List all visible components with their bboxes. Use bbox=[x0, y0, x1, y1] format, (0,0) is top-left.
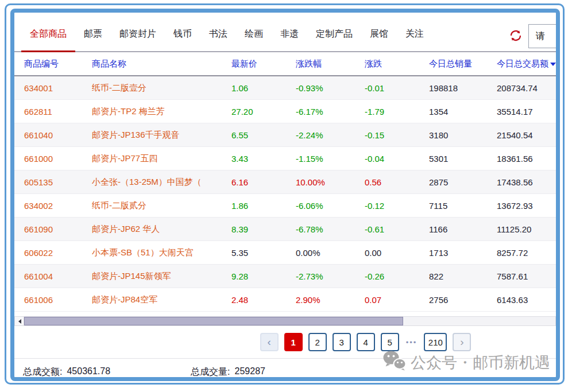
prev-page-button[interactable]: ‹ bbox=[260, 333, 279, 351]
pagination: ‹ 12345 ••• 210 › bbox=[95, 333, 560, 351]
total-amount-label: 总成交额: bbox=[23, 366, 62, 378]
cell-product-name: 邮资片-TP2 梅兰芳 bbox=[92, 106, 231, 117]
cell-product-name: 邮资片-JP77五四 bbox=[92, 153, 231, 164]
tab-item[interactable]: 关注 bbox=[397, 17, 432, 51]
tab-item[interactable]: 非遗 bbox=[272, 17, 307, 51]
total-amount-value: 450361.78 bbox=[67, 366, 110, 378]
cell-latest-price: 9.28 bbox=[231, 271, 296, 281]
refresh-icon bbox=[509, 36, 523, 44]
tab-item[interactable]: 定制产品 bbox=[307, 17, 361, 51]
refresh-button[interactable] bbox=[509, 29, 523, 42]
cell-product-id: 634002 bbox=[24, 201, 92, 211]
cell-product-id: 661040 bbox=[24, 130, 92, 140]
table-row[interactable]: 605135小全张-（13-25M）中国梦（6.1610.00%0.562875… bbox=[14, 170, 556, 194]
column-header-change[interactable]: 涨跌 bbox=[365, 59, 429, 69]
cell-latest-price: 5.35 bbox=[231, 248, 296, 258]
cell-latest-price: 3.43 bbox=[231, 154, 296, 164]
column-header-amount-label: 今日总交易额 bbox=[497, 59, 548, 68]
column-header-product-name[interactable]: 商品名称 bbox=[92, 59, 231, 69]
tab-item[interactable]: 钱币 bbox=[165, 17, 200, 51]
cell-latest-price: 6.55 bbox=[231, 130, 296, 140]
tab-item[interactable]: 邮资封片 bbox=[111, 17, 165, 51]
page-button[interactable]: 2 bbox=[308, 333, 327, 351]
page-button-active[interactable]: 1 bbox=[284, 333, 303, 351]
scrollbar-track[interactable] bbox=[24, 317, 555, 325]
cell-volume: 1713 bbox=[429, 248, 497, 258]
cell-change: 0.07 bbox=[365, 295, 429, 305]
cell-product-name: 邮资片-JP84空军 bbox=[92, 294, 231, 305]
table-row[interactable]: 661000邮资片-JP77五四3.43-1.15%-0.04530118361… bbox=[14, 147, 556, 170]
cell-amount: 18361.56 bbox=[497, 154, 556, 164]
cell-product-id: 661004 bbox=[24, 271, 92, 281]
cell-product-name: 纸币-二版壹分 bbox=[92, 83, 231, 94]
cell-amount: 13672.93 bbox=[497, 201, 556, 211]
cell-change-pct: -0.93% bbox=[296, 83, 365, 93]
table-row[interactable]: 634002纸币-二版贰分1.86-6.06%-0.12711513672.93 bbox=[14, 194, 556, 218]
cell-volume: 1166 bbox=[429, 224, 497, 234]
cell-amount: 8257.72 bbox=[497, 248, 556, 258]
cell-volume: 3180 bbox=[429, 130, 497, 140]
cell-amount: 208734.74 bbox=[497, 83, 556, 93]
sort-desc-icon bbox=[550, 63, 556, 66]
cell-change: -0.04 bbox=[365, 154, 429, 164]
column-header-product-id[interactable]: 商品编号 bbox=[24, 59, 92, 69]
cell-change-pct: -2.24% bbox=[296, 130, 365, 140]
total-volume-label: 总成交量: bbox=[191, 366, 230, 378]
column-header-volume[interactable]: 今日总销量 bbox=[429, 59, 497, 69]
table-row[interactable]: 661090邮资片-JP62 华人8.39-6.78%-0.6111661112… bbox=[14, 218, 556, 241]
table-body: 634001纸币-二版壹分1.06-0.93%-0.01198818208734… bbox=[14, 76, 556, 312]
market-panel: 全部商品邮票邮资封片钱币书法绘画非遗定制产品展馆关注 请 商品编号 商品名称 最… bbox=[10, 9, 560, 381]
table-row[interactable]: 661004邮资片-JP145新领军9.28-2.73%-0.268227587… bbox=[14, 265, 556, 288]
cell-volume: 1354 bbox=[429, 107, 497, 117]
cell-change: -1.79 bbox=[365, 107, 429, 117]
table-row[interactable]: 662811邮资片-TP2 梅兰芳27.20-6.17%-1.791354355… bbox=[14, 100, 556, 123]
column-header-change-pct[interactable]: 涨跌幅 bbox=[296, 59, 365, 69]
tab-item[interactable]: 全部商品 bbox=[21, 17, 75, 51]
scroll-left-button[interactable] bbox=[15, 317, 24, 325]
page-button[interactable]: 4 bbox=[357, 333, 375, 351]
tab-item[interactable]: 书法 bbox=[200, 17, 236, 51]
cell-product-name: 邮资片-JP145新领军 bbox=[92, 271, 231, 282]
page-button[interactable]: 5 bbox=[381, 333, 399, 351]
scrollbar-thumb[interactable] bbox=[24, 317, 403, 325]
cell-volume: 822 bbox=[429, 271, 497, 281]
tab-item[interactable]: 绘画 bbox=[236, 17, 272, 51]
horizontal-scrollbar bbox=[14, 316, 556, 326]
cell-product-name: 小全张-（13-25M）中国梦（ bbox=[92, 177, 231, 188]
cell-change-pct: 0.00% bbox=[296, 248, 365, 258]
cell-latest-price: 1.86 bbox=[231, 201, 296, 211]
cell-amount: 11125.20 bbox=[497, 224, 556, 234]
page-button[interactable]: 3 bbox=[333, 333, 351, 351]
column-header-latest-price[interactable]: 最新价 bbox=[231, 59, 296, 69]
cell-volume: 198818 bbox=[429, 83, 497, 93]
cell-change-pct: -6.06% bbox=[296, 201, 365, 211]
tab-item[interactable]: 邮票 bbox=[75, 17, 111, 51]
table-row[interactable]: 661040邮资片-JP136千手观音6.55-2.24%-0.15318021… bbox=[14, 123, 556, 147]
cell-latest-price: 2.48 bbox=[231, 295, 296, 305]
triangle-left-icon bbox=[16, 319, 21, 324]
cell-latest-price: 1.06 bbox=[231, 83, 296, 93]
cell-product-name: 小本票-SB（51）大闹天宫 bbox=[92, 247, 231, 258]
table-row[interactable]: 634001纸币-二版壹分1.06-0.93%-0.01198818208734… bbox=[14, 76, 556, 100]
total-amount: 总成交额: 450361.78 bbox=[23, 366, 110, 378]
cell-product-id: 634001 bbox=[24, 83, 92, 93]
cell-latest-price: 27.20 bbox=[231, 107, 296, 117]
last-page-button[interactable]: 210 bbox=[424, 333, 447, 351]
cell-change-pct: 10.00% bbox=[296, 177, 365, 187]
cell-change: -0.15 bbox=[365, 130, 429, 140]
tab-bar: 全部商品邮票邮资封片钱币书法绘画非遗定制产品展馆关注 请 bbox=[14, 13, 556, 52]
cell-amount: 7587.61 bbox=[497, 271, 556, 281]
column-header-amount[interactable]: 今日总交易额 bbox=[497, 59, 556, 69]
cell-change-pct: -6.17% bbox=[296, 107, 365, 117]
cell-amount: 35514.17 bbox=[497, 107, 556, 117]
table-row[interactable]: 606022小本票-SB（51）大闹天宫5.350.00%0.001713825… bbox=[14, 241, 556, 265]
table-header: 商品编号 商品名称 最新价 涨跌幅 涨跌 今日总销量 今日总交易额 bbox=[14, 52, 556, 76]
tab-item[interactable]: 展馆 bbox=[361, 17, 397, 51]
table-row[interactable]: 661006邮资片-JP84空军2.482.90%0.0727566143.63 bbox=[14, 288, 556, 312]
cell-change: -0.01 bbox=[365, 83, 429, 93]
next-page-button[interactable]: › bbox=[453, 333, 471, 351]
cell-latest-price: 8.39 bbox=[231, 224, 296, 234]
cell-change: 0.56 bbox=[365, 177, 429, 187]
search-input[interactable]: 请 bbox=[528, 24, 560, 48]
cell-product-id: 606022 bbox=[24, 248, 92, 258]
